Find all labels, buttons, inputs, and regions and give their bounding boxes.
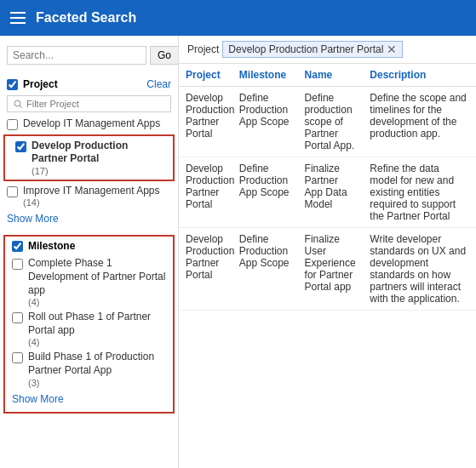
cell-project: Develop Production Partner Portal [179,157,232,228]
milestone-facet-checkbox[interactable] [12,241,23,252]
milestone-facet-header-left: Milestone [12,240,75,252]
table-header-row: Project Milestone Name Description [179,64,476,87]
milestone-item-build-phase1[interactable]: Build Phase 1 of Production Partner Port… [5,349,173,389]
col-header-project: Project [179,64,232,87]
cell-milestone: Define Production App Scope [232,87,298,157]
app-title: Faceted Search [36,10,136,26]
project-item-develop-prod[interactable]: Develop Production Partner Portal (17) [9,138,169,178]
project-show-more[interactable]: Show More [0,209,66,228]
table-row: Develop Production Partner PortalDefine … [179,228,476,311]
project-filter-wrapper [0,94,178,116]
milestone-facet-section: Milestone Complete Phase 1 Development o… [5,237,173,408]
cell-name: Finalize Partner App Data Model [298,157,364,228]
project-item-improve-it[interactable]: Improve IT Management Apps (14) [0,183,178,210]
milestone-item-roll-out-count: (4) [28,337,166,347]
project-facet-header: Project Clear [0,75,178,94]
main-layout: Go Project Clear Develop IT Management A… [0,36,476,468]
milestone-item-roll-out[interactable]: Roll out Phase 1 of Partner Portal app (… [5,309,173,349]
filter-tag-value: Develop Production Partner Portal [228,43,383,55]
project-item-improve-it-checkbox[interactable] [7,186,18,197]
table-row: Develop Production Partner PortalDefine … [179,157,476,228]
cell-description: Refine the data model for new and existi… [363,157,476,228]
milestone-item-complete-phase1-count: (4) [28,297,166,307]
milestone-item-complete-phase1-checkbox[interactable] [12,259,23,270]
cell-project: Develop Production Partner Portal [179,228,232,311]
app-header: Faceted Search [0,0,476,36]
milestone-item-build-phase1-checkbox[interactable] [12,352,23,363]
cell-description: Define the scope and timelines for the d… [363,87,476,157]
project-facet-section: Project Clear Develop IT Management Apps [0,75,178,228]
project-clear-link[interactable]: Clear [146,78,171,90]
project-item-develop-it-label: Develop IT Management Apps [23,117,160,131]
filter-label: Project [187,43,219,55]
menu-icon[interactable] [10,12,26,24]
search-go-button[interactable]: Go [150,46,179,65]
table-row: Develop Production Partner PortalDefine … [179,87,476,157]
project-facet-header-left: Project [7,78,58,90]
milestone-facet-header: Milestone [5,237,173,255]
sidebar: Go Project Clear Develop IT Management A… [0,36,179,468]
cell-milestone: Define Production App Scope [232,228,298,311]
project-item-develop-it[interactable]: Develop IT Management Apps [0,116,178,133]
project-item-improve-it-count: (14) [23,197,160,208]
milestone-facet-box: Milestone Complete Phase 1 Development o… [3,235,175,413]
cell-name: Finalize User Experience for Partner Por… [298,228,364,311]
project-item-develop-prod-checkbox[interactable] [15,141,26,152]
search-input[interactable] [7,46,146,65]
milestone-item-roll-out-label: Roll out Phase 1 of Partner Portal app [28,311,166,337]
cell-project: Develop Production Partner Portal [179,87,232,157]
col-header-name: Name [298,64,364,87]
filter-bar: Project Develop Production Partner Porta… [179,36,476,64]
milestone-show-more[interactable]: Show More [5,390,71,408]
cell-name: Define production scope of Partner Porta… [298,87,364,157]
sidebar-search-bar: Go [0,43,178,68]
col-header-milestone: Milestone [232,64,298,87]
results-table: Project Milestone Name Description Devel… [179,64,476,311]
col-header-description: Description [363,64,476,87]
project-facet-checkbox[interactable] [7,79,18,90]
project-item-improve-it-label: Improve IT Management Apps [23,185,160,198]
cell-description: Write developer standards on UX and deve… [363,228,476,311]
project-filter-input[interactable] [7,95,171,112]
milestone-item-complete-phase1-label: Complete Phase 1 Development of Partner … [28,257,166,297]
milestone-item-roll-out-checkbox[interactable] [12,312,23,323]
project-facet-label: Project [23,78,58,90]
filter-tag: Develop Production Partner Portal ✕ [222,41,403,58]
results-table-wrapper: Project Milestone Name Description Devel… [179,64,476,468]
project-item-develop-prod-count: (17) [32,166,163,176]
filter-tag-close[interactable]: ✕ [387,43,397,55]
milestone-item-build-phase1-count: (3) [28,378,166,388]
cell-milestone: Define Production App Scope [232,157,298,228]
milestone-facet-label: Milestone [28,240,75,252]
project-item-develop-it-checkbox[interactable] [7,119,18,130]
milestone-item-complete-phase1[interactable]: Complete Phase 1 Development of Partner … [5,255,173,309]
content-area: Project Develop Production Partner Porta… [179,36,476,468]
milestone-item-build-phase1-label: Build Phase 1 of Production Partner Port… [28,351,166,377]
project-item-develop-prod-label: Develop Production Partner Portal [32,140,163,166]
project-selected-box: Develop Production Partner Portal (17) [3,134,175,181]
